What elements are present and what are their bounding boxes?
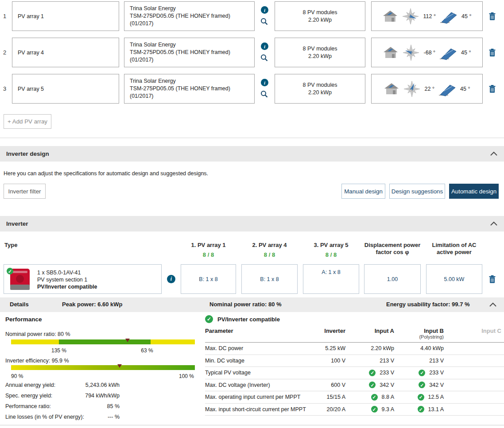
compatible-check-icon: ✓	[205, 315, 213, 323]
delete-inverter-icon[interactable]	[489, 275, 496, 283]
info-icon[interactable]: i	[261, 6, 268, 14]
tilt-icon	[438, 81, 456, 96]
pv-array-name-field[interactable]: PV array 4	[12, 38, 119, 67]
input-b-value: 233 V	[429, 370, 444, 376]
nominal-power-ratio-bar	[11, 339, 195, 344]
inverter-title: Inverter	[6, 220, 28, 227]
orientation-field[interactable]: 112 ° 45 °	[371, 1, 483, 31]
pv-array-1-column-header: 1. PV array 1	[181, 242, 236, 249]
inverter-design-section-header: Inverter design	[0, 146, 504, 162]
inverter-status: PV/Inverter compatible	[37, 283, 97, 290]
pv-array-row: 2 PV array 4 Trina Solar Energy TSM-275P…	[0, 38, 504, 67]
kv-value: 85 %	[107, 403, 120, 409]
row-number: 2	[3, 38, 6, 67]
tilt-icon	[440, 9, 457, 24]
input-b-cell: ✓ 342 V	[394, 382, 444, 388]
module-count-field[interactable]: 8 PV modules 2.20 kWp	[275, 1, 365, 31]
inverter-filter-button[interactable]: Inverter filter	[4, 184, 46, 199]
inverter-efficiency-label: Inverter efficiency: 95.9 %	[5, 358, 69, 364]
bar-boundary-label: 135 %	[51, 347, 66, 354]
inverter-design-title: Inverter design	[6, 150, 49, 157]
compass-icon	[403, 80, 421, 98]
input-b-cell: 213 V	[394, 358, 444, 364]
module-type: TSM-275PD05.05 (THE HONEY framed) (01/20…	[130, 12, 254, 27]
inverter-column-header: Inverter	[316, 328, 345, 334]
details-label: Details	[10, 301, 29, 308]
add-pv-array-button[interactable]: + Add PV array	[4, 114, 51, 129]
collapse-chevron-icon[interactable]	[490, 151, 498, 156]
info-icon[interactable]: i	[261, 79, 268, 86]
house-icon	[384, 82, 399, 96]
collapse-chevron-icon[interactable]	[489, 302, 497, 307]
peak-power-value: Peak power: 6.60 kWp	[62, 301, 123, 308]
input-a-cell: ✓ 342 V	[345, 382, 394, 388]
module-count-field[interactable]: 8 PV modules 2.20 kWp	[275, 38, 365, 67]
input-b-cell: ✓ 12.5 A	[394, 394, 444, 401]
pv-design-page: 1 PV array 1 Trina Solar Energy TSM-275P…	[0, 0, 504, 428]
module-count-field[interactable]: 8 PV modules 2.20 kWp	[275, 74, 365, 104]
table-row: Max. DC voltage (Inverter) 600 V ✓ 342 V…	[205, 379, 504, 392]
section-divider	[0, 138, 504, 138]
ac-limit-field[interactable]: 5.00 kW	[426, 264, 482, 294]
parameter-column-header: Parameter	[205, 328, 316, 334]
search-icon[interactable]	[260, 18, 268, 25]
table-row: Max. DC power 5.25 kW 2.20 kWp 4.40 kWp	[205, 343, 504, 355]
info-icon[interactable]: i	[167, 275, 175, 283]
delete-row-icon[interactable]	[489, 85, 496, 93]
info-icon[interactable]: i	[261, 42, 268, 50]
module-select-field[interactable]: Trina Solar Energy TSM-275PD05.05 (THE H…	[124, 38, 255, 67]
details-bar: Details Peak power: 6.60 kWp Nominal pow…	[0, 297, 504, 312]
config-pv-array-1-field[interactable]: B: 1 x 8	[181, 264, 236, 294]
config-pv-array-5-field[interactable]: A: 1 x 8	[303, 264, 359, 294]
automatic-design-button[interactable]: Automatic design	[449, 184, 499, 199]
pv-array-1-string-count: 8 / 8	[181, 251, 236, 258]
config-pv-array-4-field[interactable]: B: 1 x 8	[241, 264, 298, 294]
module-select-field[interactable]: Trina Solar Energy TSM-275PD05.05 (THE H…	[124, 74, 255, 104]
compatibility-table: Parameter Inverter Input A Input B (Poly…	[205, 328, 504, 416]
kv-label: Line losses (in % of PV energy):	[5, 414, 84, 420]
table-row: Typical PV voltage ✓ 233 V ✓ 233 V	[205, 367, 504, 379]
pass-check-icon: ✓	[369, 382, 376, 388]
inverter-cell: 20/20 A	[316, 406, 345, 413]
house-icon	[383, 10, 398, 23]
cos-phi-column-header: Displacement power factor cos φ	[364, 242, 421, 256]
inverter-type-field[interactable]: ✓ 1 x SB5.0-1AV-41 PV system section 1 P…	[4, 264, 162, 294]
input-b-cell: 4.40 kWp	[394, 345, 444, 351]
module-select-field[interactable]: Trina Solar Energy TSM-275PD05.05 (THE H…	[124, 1, 255, 31]
cos-phi-field[interactable]: 1.00	[364, 264, 421, 294]
search-icon[interactable]	[260, 90, 268, 98]
design-suggestions-button[interactable]: Design suggestions	[389, 184, 445, 199]
input-b-cell: ✓ 13.1 A	[394, 406, 444, 413]
pv-array-4-column-header: 2. PV array 4	[241, 242, 298, 249]
azimuth-value: 112 °	[423, 13, 436, 19]
inverter-cell: 15/15 A	[316, 394, 345, 400]
pv-array-name: PV array 4	[18, 50, 44, 56]
tilt-value: 45 °	[461, 13, 471, 19]
pass-check-icon: ✓	[369, 370, 376, 376]
kv-row: Performance ratio: 85 %	[5, 403, 120, 409]
module-type: TSM-275PD05.05 (THE HONEY framed) (01/20…	[130, 49, 254, 64]
delete-row-icon[interactable]	[489, 49, 496, 57]
manual-design-button[interactable]: Manual design	[341, 184, 385, 199]
orientation-field[interactable]: -68 ° 45 °	[371, 38, 483, 67]
search-icon[interactable]	[260, 54, 268, 62]
input-a-cell: 213 V	[345, 358, 394, 364]
pv-array-name-field[interactable]: PV array 5	[12, 74, 119, 104]
energy-usability-factor-value: Energy usability factor: 99.7 %	[386, 301, 470, 308]
parameter-cell: Max. DC power	[205, 345, 316, 351]
array-power: 2.20 kWp	[308, 16, 332, 24]
kv-row: Line losses (in % of PV energy): --- %	[5, 414, 120, 420]
kv-value: 5,243.06 kWh	[85, 382, 120, 388]
input-b-value: 342 V	[429, 382, 444, 388]
inverter-info: 1 x SB5.0-1AV-41 PV system section 1 PV/…	[37, 269, 97, 290]
pv-array-name-field[interactable]: PV array 1	[12, 1, 119, 31]
input-b-cell: ✓ 233 V	[394, 370, 444, 376]
inverter-section-header: Inverter	[0, 216, 504, 231]
bar-marker-icon	[117, 364, 122, 368]
kv-label: Annual energy yield:	[5, 382, 55, 388]
orientation-field[interactable]: 22 ° 45 °	[371, 74, 483, 104]
pass-check-icon: ✓	[419, 382, 425, 388]
row-number: 3	[3, 74, 6, 104]
collapse-chevron-icon[interactable]	[490, 221, 498, 226]
delete-row-icon[interactable]	[489, 12, 496, 20]
